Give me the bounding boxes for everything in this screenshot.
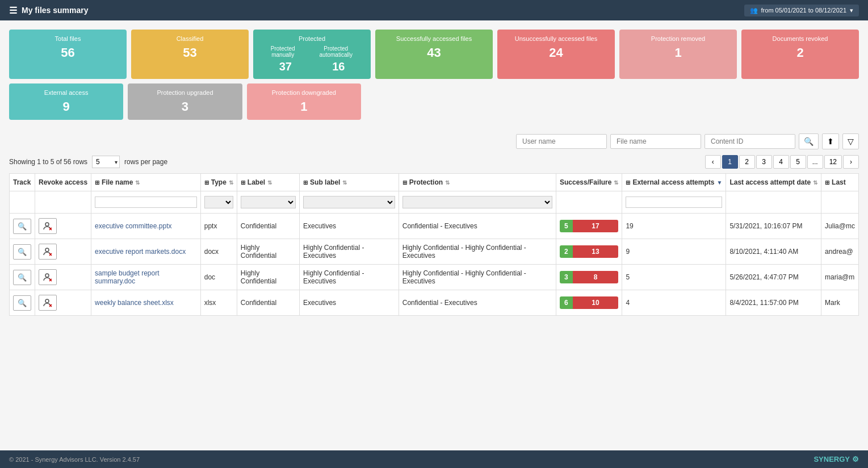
svg-point-6 (45, 274, 49, 277)
file-link-1[interactable]: executive report markets.docx (95, 248, 186, 256)
filter-label-select[interactable] (241, 196, 296, 208)
cell-protection-3: Confidential - Executives (399, 290, 556, 316)
col-header-external[interactable]: ⊞ External access attempts ▼ (622, 174, 726, 191)
cell-track-3: 🔍 (10, 290, 35, 316)
next-page-button[interactable]: › (843, 155, 859, 169)
page-4-button[interactable]: 4 (773, 155, 789, 169)
stat-unsuccessfully-accessed[interactable]: Unsuccessfully accessed files 24 (497, 30, 615, 79)
cell-last-date-3: 8/4/2021, 11:57:00 PM (726, 290, 821, 316)
grid-icon-sublabel: ⊞ (303, 179, 308, 186)
sort-filename-icon[interactable]: ⇅ (135, 179, 140, 186)
track-button-0[interactable]: 🔍 (13, 219, 31, 234)
file-link-3[interactable]: weekly balance sheet.xlsx (95, 299, 174, 307)
stat-classified[interactable]: Classified 53 (131, 30, 249, 79)
filter-sublabel[interactable] (300, 191, 399, 214)
sf-bar-3: 6 10 (560, 296, 618, 309)
sf-failure-1: 13 (573, 245, 619, 258)
page-1-button[interactable]: 1 (722, 155, 738, 169)
user-name-input[interactable] (516, 134, 607, 149)
col-header-label[interactable]: ⊞ Label ⇅ (237, 174, 299, 191)
sort-external-icon[interactable]: ▼ (716, 179, 722, 186)
filter-button[interactable]: ▽ (842, 133, 859, 149)
col-header-last[interactable]: ⊞ Last (821, 174, 859, 191)
cell-track-1: 🔍 (10, 239, 35, 265)
cell-sf-0: 5 17 (556, 214, 622, 239)
filter-filename[interactable] (91, 191, 201, 214)
stat-protection-upgraded[interactable]: Protection upgraded 3 (128, 83, 242, 120)
stat-external-access[interactable]: External access 9 (9, 83, 123, 120)
search-button[interactable]: 🔍 (799, 133, 819, 149)
col-header-sublabel[interactable]: ⊞ Sub label ⇅ (300, 174, 399, 191)
filter-protection-select[interactable] (402, 196, 552, 208)
track-button-3[interactable]: 🔍 (13, 295, 31, 311)
page-3-button[interactable]: 3 (756, 155, 772, 169)
track-label: Track (13, 178, 31, 186)
revoke-button-0[interactable] (39, 218, 57, 234)
prev-page-button[interactable]: ‹ (705, 155, 721, 169)
cell-sf-1: 2 13 (556, 239, 622, 265)
filter-external-input[interactable] (626, 197, 722, 208)
cell-filename-2: sample budget report summary.doc (91, 265, 201, 290)
file-link-2[interactable]: sample budget report summary.doc (95, 269, 159, 285)
table-row: 🔍 executive committee.pptx pptx Confiden… (10, 214, 859, 239)
grid-icon-label: ⊞ (241, 179, 245, 186)
filter-filename-input[interactable] (95, 197, 197, 208)
page-2-button[interactable]: 2 (739, 155, 755, 169)
svg-point-3 (45, 248, 49, 252)
filter-external[interactable] (622, 191, 726, 214)
cell-sf-2: 3 8 (556, 265, 622, 290)
stat-protection-downgraded[interactable]: Protection downgraded 1 (247, 83, 361, 120)
cell-revoke-1 (35, 239, 91, 265)
table-controls-row: Showing 1 to 5 of 56 rows 5 10 25 50 100… (9, 155, 859, 169)
col-header-type[interactable]: ⊞ Type ⇅ (200, 174, 237, 191)
sort-last-date-icon[interactable]: ⇅ (813, 179, 817, 186)
stat-total-files[interactable]: Total files 56 (9, 30, 127, 79)
stat-successfully-accessed[interactable]: Successfully accessed files 43 (375, 30, 493, 79)
col-header-last-date[interactable]: Last access attempt date ⇅ (726, 174, 821, 191)
page-5-button[interactable]: 5 (790, 155, 806, 169)
track-button-2[interactable]: 🔍 (13, 270, 31, 285)
col-header-filename[interactable]: ⊞ File name ⇅ (91, 174, 201, 191)
col-header-revoke: Revoke access (35, 174, 91, 191)
sort-type-icon[interactable]: ⇅ (229, 179, 233, 186)
sort-label-icon[interactable]: ⇅ (267, 179, 272, 186)
revoke-button-3[interactable] (39, 295, 57, 311)
sf-bar-0: 5 17 (560, 220, 618, 232)
sf-bar-1: 2 13 (560, 245, 618, 258)
file-name-input[interactable] (610, 134, 701, 149)
sort-sublabel-icon[interactable]: ⇅ (342, 179, 347, 186)
stat-protected-sub-values: 37 16 (259, 60, 365, 73)
stat-protection-removed[interactable]: Protection removed 1 (619, 30, 737, 79)
rows-per-page-select[interactable]: 5 10 25 50 100 (92, 156, 120, 168)
rows-per-page-wrap[interactable]: 5 10 25 50 100 (92, 156, 120, 168)
table-row: 🔍 executive report markets.docx docx Hig… (10, 239, 859, 265)
sort-sf-icon[interactable]: ⇅ (614, 179, 618, 186)
filter-type[interactable] (200, 191, 237, 214)
filter-track (10, 191, 35, 214)
cell-last-user-1: andrea@ (821, 239, 859, 265)
page-12-button[interactable]: 12 (824, 155, 842, 169)
col-header-sf[interactable]: Success/Failure ⇅ (556, 174, 622, 191)
stats-row-1: Total files 56 Classified 53 Protected P… (9, 30, 859, 79)
filter-protection[interactable] (399, 191, 556, 214)
app-header: ☰ My files summary 👥 from 05/01/2021 to … (0, 0, 868, 20)
filter-label[interactable] (237, 191, 299, 214)
upload-button[interactable]: ⬆ (822, 133, 839, 149)
col-header-protection[interactable]: ⊞ Protection ⇅ (399, 174, 556, 191)
sf-failure-3: 10 (573, 296, 619, 309)
stat-protected[interactable]: Protected Protected manually Protected a… (253, 30, 371, 79)
chevron-down-icon[interactable]: ▾ (850, 7, 853, 14)
search-bar: 🔍 ⬆ ▽ (9, 133, 859, 149)
file-link-0[interactable]: executive committee.pptx (95, 222, 171, 230)
stat-documents-revoked[interactable]: Documents revoked 2 (741, 30, 859, 79)
page-ellipsis-button[interactable]: ... (807, 155, 823, 169)
revoke-button-1[interactable] (39, 244, 57, 260)
cell-type-2: doc (200, 265, 237, 290)
revoke-button-2[interactable] (39, 269, 57, 285)
track-button-1[interactable]: 🔍 (13, 244, 31, 260)
filter-sublabel-select[interactable] (303, 196, 395, 208)
sort-protection-icon[interactable]: ⇅ (445, 179, 450, 186)
filter-type-select[interactable] (204, 196, 233, 208)
content-id-input[interactable] (705, 134, 795, 149)
stats-section: Total files 56 Classified 53 Protected P… (0, 20, 868, 120)
